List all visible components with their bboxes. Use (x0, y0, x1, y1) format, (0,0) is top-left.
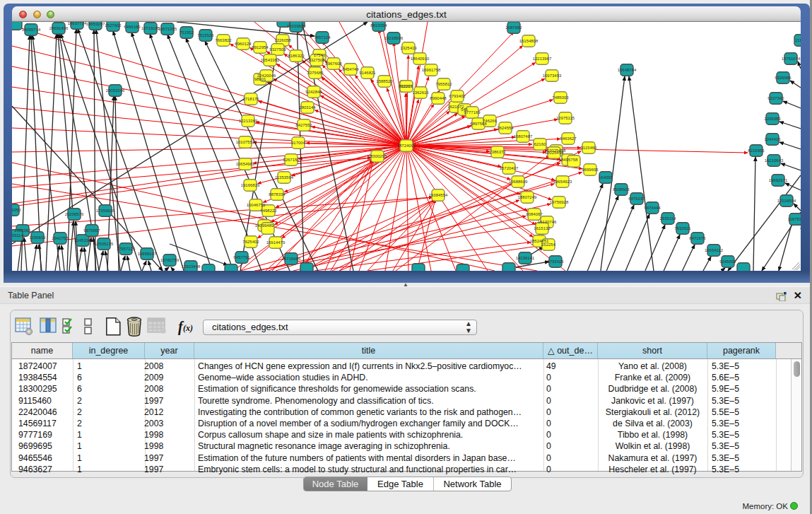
svg-text:10107552: 10107552 (236, 140, 255, 144)
svg-text:16914479: 16914479 (266, 240, 286, 245)
svg-text:9463627: 9463627 (560, 136, 577, 141)
svg-text:10654112: 10654112 (705, 248, 724, 252)
svg-text:1209383: 1209383 (764, 117, 781, 121)
svg-text:20691406: 20691406 (49, 26, 69, 30)
svg-text:8960124: 8960124 (235, 42, 252, 46)
svg-text:10653267: 10653267 (86, 22, 105, 26)
svg-text:10973493: 10973493 (543, 74, 562, 78)
svg-text:17359928: 17359928 (96, 209, 115, 213)
svg-text:19692971: 19692971 (769, 178, 788, 182)
svg-text:20206576: 20206576 (65, 212, 84, 216)
svg-text:10025458: 10025458 (545, 151, 564, 155)
svg-text:9242848: 9242848 (305, 90, 322, 94)
svg-text:18807249: 18807249 (518, 195, 537, 199)
svg-text:15720407: 15720407 (500, 166, 519, 170)
svg-text:12923448: 12923448 (182, 264, 201, 269)
svg-text:8990448: 8990448 (430, 96, 447, 100)
svg-text:12213967: 12213967 (533, 57, 552, 61)
svg-text:8878334: 8878334 (269, 192, 286, 197)
svg-text:15716485: 15716485 (282, 257, 301, 261)
svg-text:6466160: 6466160 (124, 25, 141, 29)
svg-text:2803144: 2803144 (299, 105, 316, 110)
svg-text:11353594: 11353594 (275, 175, 294, 180)
svg-text:917004: 917004 (291, 141, 306, 145)
svg-text:7955812: 7955812 (435, 82, 452, 86)
svg-text:18495758: 18495758 (559, 158, 578, 162)
svg-text:1615132: 1615132 (534, 226, 551, 230)
svg-text:9329966: 9329966 (775, 76, 792, 80)
svg-text:8186323: 8186323 (288, 54, 305, 58)
svg-text:8813054: 8813054 (370, 23, 387, 28)
svg-text:1325419: 1325419 (400, 46, 417, 50)
svg-text:1362615: 1362615 (412, 90, 429, 95)
svg-text:8454749: 8454749 (342, 67, 359, 71)
svg-text:12975115: 12975115 (556, 116, 575, 120)
svg-text:9699695: 9699695 (582, 168, 599, 172)
svg-text:8215955: 8215955 (748, 148, 765, 153)
svg-text:3267150: 3267150 (283, 158, 300, 162)
svg-text:8427552: 8427552 (295, 123, 312, 127)
svg-text:9474444: 9474444 (644, 206, 661, 210)
svg-text:9327508: 9327508 (308, 58, 325, 62)
svg-text:7625402: 7625402 (242, 240, 259, 244)
svg-text:252254: 252254 (541, 243, 556, 247)
svg-text:16961758: 16961758 (422, 68, 441, 72)
svg-text:16210643: 16210643 (765, 158, 784, 163)
svg-text:2718176: 2718176 (242, 97, 259, 101)
svg-text:2616050: 2616050 (12, 208, 21, 212)
svg-text:746266: 746266 (483, 119, 498, 123)
svg-text:20053346: 20053346 (106, 88, 125, 93)
svg-text:164095: 164095 (599, 175, 613, 180)
svg-text:3226058: 3226058 (274, 38, 291, 42)
svg-text:9245652: 9245652 (719, 259, 736, 264)
svg-text:7515526: 7515526 (197, 33, 214, 37)
svg-text:17546: 17546 (314, 53, 326, 57)
svg-text:18937734: 18937734 (68, 22, 87, 25)
svg-text:19166829: 19166829 (241, 183, 260, 187)
svg-text:12213369: 12213369 (239, 119, 258, 123)
svg-text:16120746: 16120746 (538, 220, 557, 224)
svg-text:1588520: 1588520 (376, 79, 393, 83)
svg-text:19756928: 19756928 (550, 200, 569, 204)
svg-text:7386372: 7386372 (489, 150, 506, 154)
svg-text:1527602: 1527602 (105, 23, 122, 28)
svg-text:9327509: 9327509 (269, 47, 286, 52)
svg-text:4498222: 4498222 (260, 209, 277, 213)
svg-text:3624554: 3624554 (497, 126, 514, 130)
svg-text:16033809: 16033809 (287, 24, 306, 28)
svg-text:14099489: 14099489 (255, 223, 274, 228)
svg-text:19384554: 19384554 (429, 193, 448, 197)
svg-text:8938923: 8938923 (613, 187, 630, 192)
svg-text:10671355: 10671355 (158, 27, 177, 31)
svg-text:18640910: 18640910 (411, 57, 430, 61)
svg-text:1167533: 1167533 (788, 217, 801, 221)
svg-text:2935114: 2935114 (660, 216, 677, 221)
svg-text:17957225: 17957225 (117, 247, 136, 251)
svg-text:10543382: 10543382 (261, 58, 280, 62)
svg-text:1156819: 1156819 (30, 235, 47, 240)
svg-text:14136141: 14136141 (516, 256, 535, 260)
svg-text:62160: 62160 (534, 142, 546, 146)
svg-text:10807487: 10807487 (514, 134, 533, 139)
svg-text:10654983: 10654983 (236, 162, 255, 166)
svg-text:7632621: 7632621 (674, 226, 691, 230)
svg-text:9084067: 9084067 (526, 212, 543, 216)
svg-text:7857224: 7857224 (314, 35, 331, 40)
svg-text:19218506: 19218506 (384, 36, 404, 40)
svg-text:9457791: 9457791 (233, 255, 250, 259)
svg-text:19654923: 19654923 (553, 180, 572, 184)
svg-text:9115460: 9115460 (581, 146, 598, 150)
svg-text:2087682: 2087682 (505, 25, 522, 30)
svg-text:(x): (x) (183, 323, 193, 333)
svg-text:1145194: 1145194 (75, 238, 92, 243)
svg-text:62037: 62037 (401, 84, 413, 88)
svg-text:7485003: 7485003 (552, 95, 569, 100)
svg-text:10782759: 10782759 (160, 258, 180, 262)
svg-text:18300295: 18300295 (368, 154, 387, 158)
svg-text:1244415: 1244415 (764, 137, 781, 141)
svg-text:9975867: 9975867 (83, 228, 100, 233)
svg-text:7663822: 7663822 (215, 38, 232, 42)
svg-text:8471676: 8471676 (689, 236, 706, 240)
svg-text:9227342: 9227342 (767, 96, 784, 100)
svg-text:10688609: 10688609 (509, 180, 528, 184)
